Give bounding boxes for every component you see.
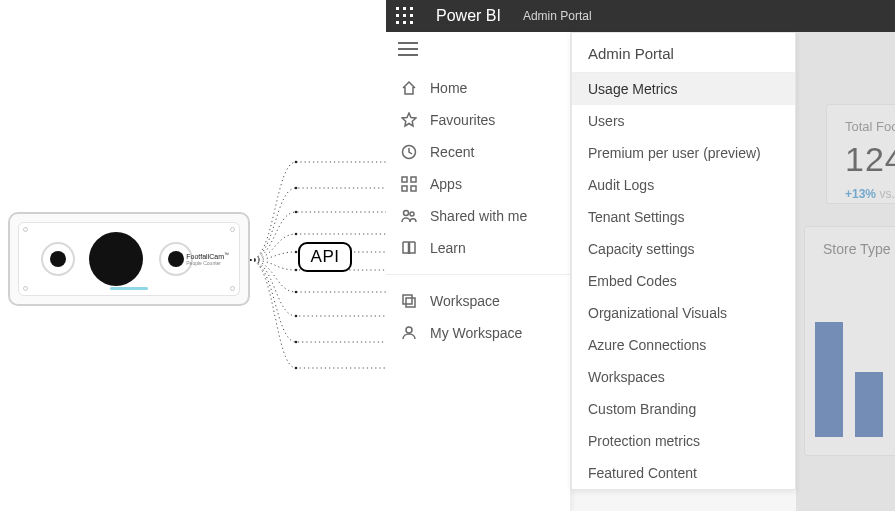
bar-chart-store-type: Store Type [804,226,895,456]
sidebar-item-home[interactable]: Home [386,72,570,104]
submenu-item-label: Tenant Settings [588,209,685,225]
svg-rect-31 [406,298,415,307]
star-icon [400,111,418,129]
sidebar-item-label: My Workspace [430,325,522,341]
admin-portal-submenu: Admin Portal Usage Metrics Users Premium… [571,32,796,490]
sidebar-item-label: Apps [430,176,462,192]
sidebar-item-apps[interactable]: Apps [386,168,570,200]
footfallcam-device: FootfallCam™ People Counter [8,212,250,306]
device-brand-label: FootfallCam™ People Counter [186,252,229,267]
svg-point-16 [295,341,298,344]
submenu-item-label: Workspaces [588,369,665,385]
sidebar-item-label: Workspace [430,293,500,309]
sidebar-item-label: Favourites [430,112,495,128]
submenu-item-custom-branding[interactable]: Custom Branding [572,393,795,425]
submenu-item-label: Protection metrics [588,433,700,449]
submenu-item-label: Premium per user (preview) [588,145,761,161]
submenu-item-premium-per-user[interactable]: Premium per user (preview) [572,137,795,169]
submenu-item-capacity-settings[interactable]: Capacity settings [572,233,795,265]
ir-lens-icon [89,232,143,286]
svg-point-8 [295,251,298,254]
svg-point-14 [295,315,298,318]
sidebar-item-workspace[interactable]: Workspace [386,285,570,317]
api-label-text: API [311,247,340,267]
svg-point-29 [410,212,414,216]
submenu-item-users[interactable]: Users [572,105,795,137]
submenu-item-label: Audit Logs [588,177,654,193]
svg-point-18 [295,367,298,370]
screw-icon [23,286,28,291]
powerbi-app: Total Footfall 1243 +13% vs. Store Type … [386,0,895,511]
submenu-item-label: Users [588,113,625,129]
svg-point-2 [295,187,298,190]
submenu-item-azure-connections[interactable]: Azure Connections [572,329,795,361]
sidebar-item-label: Learn [430,240,466,256]
submenu-item-label: Usage Metrics [588,81,677,97]
app-brand: Power BI [436,7,501,25]
home-icon [400,79,418,97]
submenu-item-label: Embed Codes [588,273,677,289]
svg-point-28 [404,211,409,216]
clock-icon [400,143,418,161]
kpi-card-value: 1243 [845,140,895,179]
workspace-stack-icon [400,292,418,310]
submenu-item-label: Organizational Visuals [588,305,727,321]
sidebar-item-recent[interactable]: Recent [386,136,570,168]
svg-point-32 [406,327,412,333]
bar [855,372,883,437]
submenu-item-workspaces[interactable]: Workspaces [572,361,795,393]
submenu-item-audit-logs[interactable]: Audit Logs [572,169,795,201]
kpi-card-delta: +13% vs. [845,187,895,201]
submenu-item-tenant-settings[interactable]: Tenant Settings [572,201,795,233]
chart-title: Store Type [823,241,895,257]
submenu-item-label: Featured Content [588,465,697,481]
sidebar-separator [386,274,570,275]
api-label-pill: API [298,242,352,272]
svg-point-10 [295,269,298,272]
kpi-delta-suffix: vs. [879,187,894,201]
camera-lens-icon [41,242,75,276]
svg-rect-27 [411,186,416,191]
sidebar-toggle-button[interactable] [386,32,570,66]
bar [815,322,843,437]
svg-rect-26 [402,186,407,191]
kpi-card-total-footfall: Total Footfall 1243 +13% vs. [826,104,895,204]
sidebar-item-favourites[interactable]: Favourites [386,104,570,136]
my-workspace-icon [400,324,418,342]
sidebar-nav-group: Home Favourites Recent Apps Shared with … [386,66,570,270]
submenu-item-usage-metrics[interactable]: Usage Metrics [572,73,795,105]
submenu-heading: Admin Portal [572,33,795,73]
app-launcher-button[interactable] [396,7,414,25]
submenu-item-label: Custom Branding [588,401,696,417]
left-sidebar: Home Favourites Recent Apps Shared with … [386,32,571,511]
svg-point-0 [295,161,298,164]
device-face: FootfallCam™ People Counter [18,222,240,296]
chart-bars [815,307,895,437]
submenu-item-label: Capacity settings [588,241,695,257]
svg-rect-24 [402,177,407,182]
submenu-item-org-visuals[interactable]: Organizational Visuals [572,297,795,329]
sidebar-item-learn[interactable]: Learn [386,232,570,264]
svg-point-4 [295,211,298,214]
apps-grid-icon [400,175,418,193]
svg-point-12 [295,291,298,294]
svg-rect-30 [403,295,412,304]
submenu-item-embed-codes[interactable]: Embed Codes [572,265,795,297]
kpi-delta-pct: +13% [845,187,876,201]
hamburger-icon [398,42,418,56]
svg-point-6 [295,233,298,236]
screw-icon [23,227,28,232]
submenu-item-protection-metrics[interactable]: Protection metrics [572,425,795,457]
sidebar-item-label: Recent [430,144,474,160]
submenu-item-featured-content[interactable]: Featured Content [572,457,795,489]
sidebar-item-label: Home [430,80,467,96]
book-icon [400,239,418,257]
people-icon [400,207,418,225]
kpi-card-title: Total Footfall [845,119,895,134]
sidebar-item-my-workspace[interactable]: My Workspace [386,317,570,349]
screw-icon [230,227,235,232]
svg-rect-25 [411,177,416,182]
sidebar-workspace-group: Workspace My Workspace [386,279,570,355]
submenu-item-label: Azure Connections [588,337,706,353]
sidebar-item-shared[interactable]: Shared with me [386,200,570,232]
